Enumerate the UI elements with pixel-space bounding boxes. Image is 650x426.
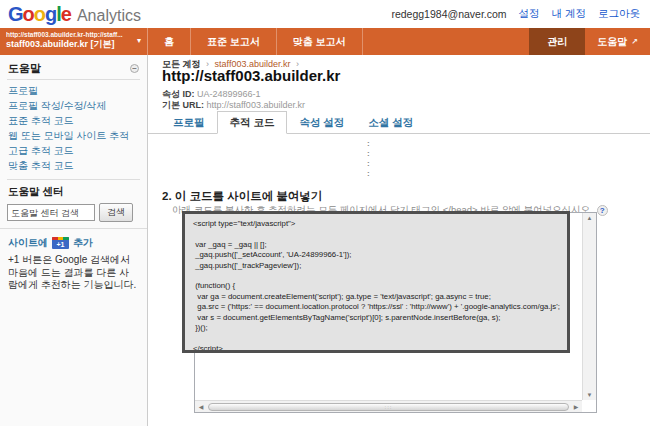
nav-help-label: 도움말: [597, 35, 627, 49]
help-center-search-button[interactable]: 검색: [99, 203, 133, 222]
settings-link[interactable]: 설정: [519, 7, 540, 21]
tab-property-settings[interactable]: 속성 설정: [287, 112, 356, 133]
tab-tracking-code[interactable]: 추적 코드: [217, 111, 288, 134]
tracking-code-snippet: <script type="text/javascript"> var _gaq…: [193, 219, 561, 353]
plus-one-add-link[interactable]: 사이트에 +1 추가: [0, 236, 147, 250]
nav-tab-custom-reports[interactable]: 맞춤 보고서: [277, 28, 363, 55]
property-id-value: UA-24899966-1: [197, 89, 261, 99]
plus-one-description: +1 버튼은 Google 검색에서 마음에 드는 결과를 다른 사람에게 추천…: [0, 250, 147, 292]
tracking-code-highlight-box[interactable]: <script type="text/javascript"> var _gaq…: [182, 211, 570, 353]
google-analytics-logo: Google Analytics: [8, 3, 141, 26]
sidebar-item-custom-tracking-code[interactable]: 맞춤 추적 코드: [0, 158, 147, 173]
plus-one-prefix: 사이트에: [8, 236, 48, 250]
sidebar-item-web-mobile-tracking[interactable]: 웹 또는 모바일 사이트 추적: [0, 128, 147, 143]
account-selector-path: http://staff003.abuilder.kr-http://staff…: [6, 31, 129, 38]
vertical-scrollbar[interactable]: ▲ ▼: [582, 213, 596, 400]
scroll-down-arrow-icon[interactable]: ▼: [583, 392, 596, 398]
scroll-right-arrow-icon[interactable]: ▶: [570, 403, 582, 410]
account-selector[interactable]: http://staff003.abuilder.kr-http://staff…: [0, 28, 148, 55]
plus-one-icon: +1: [52, 237, 69, 249]
collapsed-content-dots: : : : :: [367, 139, 370, 179]
tab-social-settings[interactable]: 소셜 설정: [356, 112, 425, 133]
plus-one-suffix: 추가: [73, 236, 93, 250]
main-panel: 모든 계정 › staff003.abuilder.kr › http://st…: [148, 55, 650, 426]
sidebar-help-title: 도움말: [8, 61, 41, 76]
nav-tab-standard-reports[interactable]: 표준 보고서: [191, 28, 277, 55]
property-id-label: 속성 ID:: [162, 89, 195, 99]
paste-code-heading: 2. 이 코드를 사이트에 붙여넣기: [162, 189, 322, 204]
help-center-search: 검색: [7, 203, 140, 222]
external-link-icon: ↗: [631, 37, 638, 46]
horizontal-scroll-thumb[interactable]: :::: [208, 403, 569, 411]
product-name: Analytics: [77, 7, 141, 25]
sidebar-help-links: 프로필 프로필 작성/수정/삭제 표준 추적 코드 웹 또는 모바일 사이트 추…: [0, 80, 147, 175]
scroll-grip-icon: :::: [384, 405, 392, 410]
user-email: redegg1984@naver.com: [391, 8, 506, 20]
chevron-down-icon: ▾: [137, 36, 141, 45]
my-account-link[interactable]: 내 계정: [552, 7, 586, 21]
nav-tab-admin[interactable]: 관리: [529, 28, 585, 55]
navbar-spacer: [363, 28, 530, 55]
property-tabs: 프로필 추적 코드 속성 설정 소셜 설정: [148, 113, 650, 134]
sidebar-item-profile[interactable]: 프로필: [0, 83, 147, 98]
sidebar-item-advanced-tracking-code[interactable]: 고급 추적 코드: [0, 143, 147, 158]
sidebar-divider: [0, 228, 147, 229]
top-header: Google Analytics redegg1984@naver.com 설정…: [0, 0, 650, 28]
help-center-search-input[interactable]: [7, 204, 95, 221]
scroll-up-arrow-icon[interactable]: ▲: [583, 215, 596, 221]
sidebar-item-profile-edit[interactable]: 프로필 작성/수정/삭제: [0, 98, 147, 113]
account-selector-profile: staff003.abuilder.kr [기본]: [6, 38, 129, 51]
horizontal-scrollbar[interactable]: ◀ ::: ▶: [195, 400, 582, 412]
scroll-left-arrow-icon[interactable]: ◀: [195, 403, 207, 410]
collapse-minus-icon[interactable]: −: [130, 64, 139, 73]
help-sidebar: 도움말 − 프로필 프로필 작성/수정/삭제 표준 추적 코드 웹 또는 모바일…: [0, 55, 148, 426]
help-center-title: 도움말 센터: [7, 179, 140, 199]
header-user-area: redegg1984@naver.com 설정 내 계정 로그아웃: [391, 7, 640, 21]
google-logo: Google: [8, 3, 71, 26]
main-navbar: http://staff003.abuilder.kr-http://staff…: [0, 28, 650, 55]
nav-tab-home[interactable]: 홈: [148, 28, 191, 55]
help-question-icon[interactable]: ?: [597, 205, 608, 216]
sidebar-item-standard-tracking-code[interactable]: 표준 추적 코드: [0, 113, 147, 128]
sidebar-help-header: 도움말 −: [7, 59, 140, 80]
tab-profiles[interactable]: 프로필: [161, 112, 217, 133]
page-title: http://staff003.abuilder.kr: [162, 67, 340, 84]
content-area: 도움말 − 프로필 프로필 작성/수정/삭제 표준 추적 코드 웹 또는 모바일…: [0, 55, 650, 426]
default-url-label: 기본 URL:: [162, 100, 204, 110]
nav-tab-help[interactable]: 도움말 ↗: [585, 28, 650, 55]
logout-link[interactable]: 로그아웃: [598, 7, 640, 21]
default-url-value: http://staff003.abuilder.kr: [207, 100, 305, 110]
